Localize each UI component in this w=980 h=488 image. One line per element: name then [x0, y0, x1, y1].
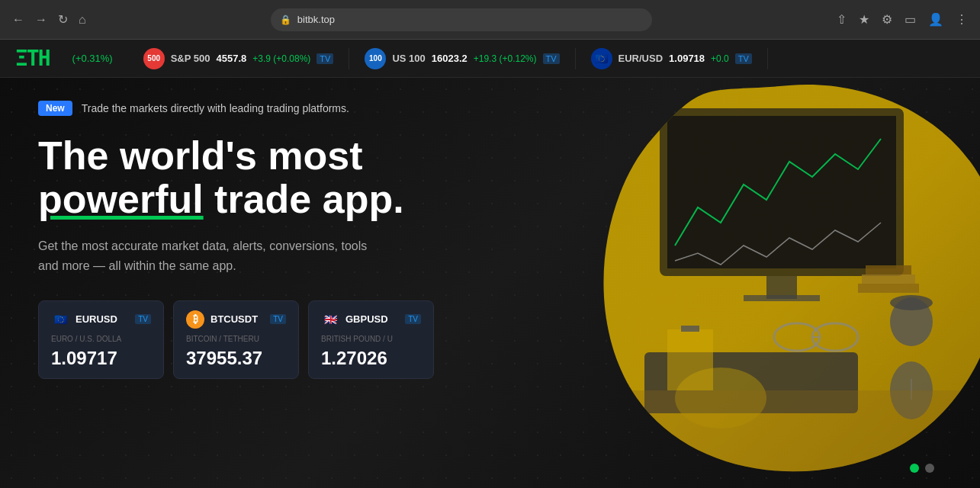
eurusd-value: 1.09718	[669, 53, 705, 64]
eurusd-tv-icon: TV	[735, 53, 752, 64]
btcusdt-card-name: BITCOIN / TETHERU	[186, 335, 286, 343]
pagination-dots	[910, 464, 934, 473]
card-header-btcusdt: ₿ BTCUSDT TV	[186, 310, 286, 329]
ticker-bar: ΞΤΗ (+0.31%) 500 S&P 500 4557.8 +3.9 (+0…	[0, 40, 980, 78]
url-text: bitbk.top	[297, 14, 335, 25]
hero-subtitle: Get the most accurate market data, alert…	[38, 236, 419, 275]
dot-2[interactable]	[925, 464, 934, 473]
new-badge-row: New Trade the markets directly with lead…	[38, 101, 465, 116]
nav-buttons: ← → ↻ ⌂	[9, 9, 89, 30]
sp500-tv-icon: TV	[316, 53, 333, 64]
sp500-badge: 500	[143, 48, 165, 69]
hero-image	[522, 78, 980, 488]
svg-rect-5	[862, 274, 915, 284]
gbpusd-card-name: BRITISH POUND / U	[321, 335, 421, 343]
eurusd-badge: 🇪🇺	[591, 48, 612, 69]
us100-name: US 100	[392, 53, 425, 64]
hero-content: New Trade the markets directly with lead…	[0, 78, 503, 402]
new-badge-text: Trade the markets directly with leading …	[82, 102, 349, 114]
currency-cards: 🇪🇺 EURUSD TV EURO / U.S. DOLLA 1.09717 ₿…	[38, 300, 465, 379]
forward-button[interactable]: →	[32, 10, 50, 30]
us100-change: +19.3 (+0.12%)	[474, 53, 537, 64]
dot-1[interactable]	[910, 464, 919, 473]
hero-title-underline: powerful	[38, 177, 204, 221]
card-header-eurusd: 🇪🇺 EURUSD TV	[51, 310, 151, 329]
eurusd-card-tv: TV	[135, 314, 151, 324]
btc-flag: ₿	[186, 310, 204, 329]
gbpusd-card-tv: TV	[405, 314, 421, 324]
ticker-item-sp500[interactable]: 500 S&P 500 4557.8 +3.9 (+0.08%) TV	[128, 48, 350, 69]
gbpusd-card-price: 1.27026	[321, 348, 421, 369]
gbp-flag: 🇬🇧	[321, 310, 339, 329]
lock-icon: 🔒	[280, 14, 291, 25]
eurusd-name: EUR/USD	[619, 53, 664, 64]
svg-rect-4	[858, 284, 919, 293]
us100-tv-icon: TV	[543, 53, 560, 64]
us100-badge: 100	[365, 48, 386, 69]
profile-icon[interactable]: 👤	[925, 9, 946, 30]
ticker-item-us100[interactable]: 100 US 100 16023.2 +19.3 (+0.12%) TV	[349, 48, 575, 69]
eurusd-flag: 🇪🇺	[51, 310, 69, 329]
hero-section: New Trade the markets directly with lead…	[0, 78, 980, 488]
ticker-first-change: (+0.31%)	[72, 53, 113, 64]
svg-rect-16	[568, 390, 980, 488]
home-button[interactable]: ⌂	[76, 10, 89, 30]
card-header-gbpusd: 🇬🇧 GBPUSD TV	[321, 310, 421, 329]
new-badge: New	[38, 101, 72, 116]
logo[interactable]: ΞΤΗ	[15, 46, 50, 71]
sp500-name: S&P 500	[171, 53, 210, 64]
back-button[interactable]: ←	[9, 10, 27, 30]
split-screen-icon[interactable]: ▭	[901, 9, 919, 30]
sp500-value: 4557.8	[217, 53, 247, 64]
us100-value: 16023.2	[432, 53, 468, 64]
currency-card-gbpusd[interactable]: 🇬🇧 GBPUSD TV BRITISH POUND / U 1.27026	[308, 300, 434, 379]
svg-rect-18	[681, 326, 699, 332]
browser-actions: ⇧ ★ ⚙ ▭ 👤 ⋮	[834, 9, 971, 30]
bookmark-icon[interactable]: ★	[856, 9, 872, 30]
btcusdt-card-symbol: BTCUSDT	[210, 313, 258, 325]
hero-title: The world's most powerful trade app.	[38, 134, 465, 221]
svg-point-8	[890, 295, 933, 310]
eurusd-card-name: EURO / U.S. DOLLA	[51, 335, 151, 343]
svg-rect-17	[667, 329, 713, 390]
menu-icon[interactable]: ⋮	[953, 9, 971, 30]
btcusdt-card-tv: TV	[270, 314, 286, 324]
sp500-change: +3.9 (+0.08%)	[252, 53, 310, 64]
eurusd-change: +0.0	[711, 53, 729, 64]
hero-title-line1: The world's most	[38, 134, 465, 178]
extensions-icon[interactable]: ⚙	[879, 9, 895, 30]
address-bar[interactable]: 🔒 bitbk.top	[271, 8, 652, 31]
reload-button[interactable]: ↻	[55, 9, 71, 30]
eurusd-card-symbol: EURUSD	[76, 313, 117, 325]
btcusdt-card-price: 37955.37	[186, 348, 286, 369]
gbpusd-card-symbol: GBPUSD	[345, 313, 388, 325]
ticker-item-eurusd[interactable]: 🇪🇺 EUR/USD 1.09718 +0.0 TV	[576, 48, 768, 69]
browser-chrome: ← → ↻ ⌂ 🔒 bitbk.top ⇧ ★ ⚙ ▭ 👤 ⋮	[0, 0, 980, 40]
currency-card-btcusdt[interactable]: ₿ BTCUSDT TV BITCOIN / TETHERU 37955.37	[173, 300, 299, 379]
share-icon[interactable]: ⇧	[834, 9, 850, 30]
svg-rect-3	[744, 295, 820, 301]
svg-rect-6	[866, 265, 911, 274]
eurusd-card-price: 1.09717	[51, 348, 151, 369]
svg-rect-1	[667, 116, 896, 268]
hero-title-line2: powerful trade app.	[38, 178, 465, 221]
currency-card-eurusd[interactable]: 🇪🇺 EURUSD TV EURO / U.S. DOLLA 1.09717	[38, 300, 164, 379]
ticker-items: 500 S&P 500 4557.8 +3.9 (+0.08%) TV 100 …	[128, 48, 965, 69]
